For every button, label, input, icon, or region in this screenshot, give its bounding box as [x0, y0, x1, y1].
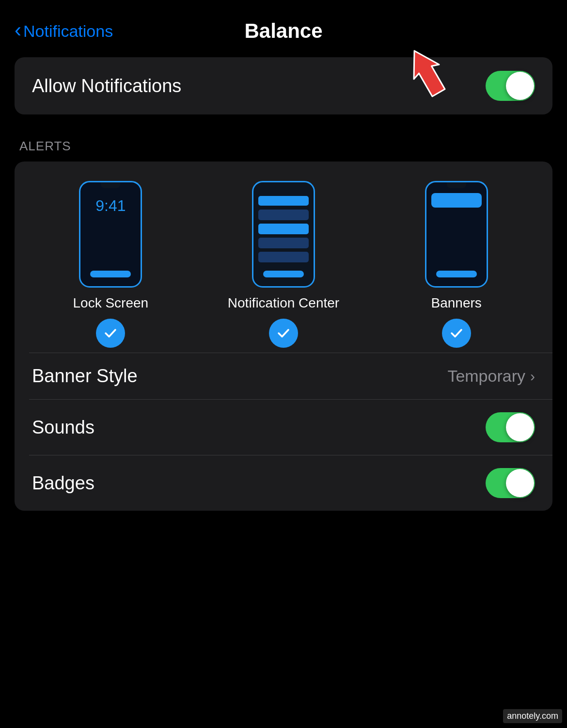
banners-option[interactable]: Banners — [370, 181, 543, 348]
notif-bar-2 — [258, 210, 309, 220]
lock-screen-phone-frame: 9:41 — [79, 181, 142, 288]
lock-screen-illustration: 9:41 — [79, 181, 142, 288]
banners-illustration — [425, 181, 488, 288]
notif-bar-5 — [258, 252, 309, 262]
alerts-card: 9:41 Lock Screen — [15, 162, 552, 511]
banner-style-value: Temporary — [447, 367, 525, 386]
banners-label: Banners — [431, 295, 482, 311]
banner-style-chevron-icon: › — [530, 368, 535, 385]
allow-notifications-card: Allow Notifications — [15, 57, 552, 114]
page-header: ‹ Notifications Balance — [0, 0, 567, 57]
lock-screen-label: Lock Screen — [73, 295, 149, 311]
notif-center-home-bar — [263, 271, 304, 277]
notif-bar-4 — [258, 238, 309, 248]
sounds-row: Sounds — [15, 400, 552, 455]
banner-bar — [431, 193, 482, 208]
back-chevron-icon: ‹ — [15, 20, 21, 40]
banners-phone-frame — [425, 181, 488, 288]
notification-center-option[interactable]: Notification Center — [197, 181, 370, 348]
banner-style-row[interactable]: Banner Style Temporary › — [15, 353, 552, 399]
notification-center-illustration — [252, 181, 315, 288]
notif-center-phone-frame — [252, 181, 315, 288]
lock-screen-option[interactable]: 9:41 Lock Screen — [24, 181, 197, 348]
notif-bar-1 — [258, 196, 309, 206]
alert-options-row: 9:41 Lock Screen — [15, 162, 552, 353]
sounds-label: Sounds — [32, 417, 94, 438]
badges-label: Badges — [32, 473, 94, 494]
sounds-toggle-knob — [506, 413, 534, 441]
banner-style-value-container: Temporary › — [447, 367, 535, 386]
badges-toggle[interactable] — [486, 468, 535, 498]
notification-center-check[interactable] — [269, 319, 298, 348]
banner-style-label: Banner Style — [32, 366, 138, 387]
banners-check[interactable] — [442, 319, 471, 348]
notification-center-label: Notification Center — [228, 295, 339, 311]
page-title: Balance — [244, 19, 322, 43]
notif-bar-3 — [258, 224, 309, 234]
content-area: Allow Notifications ALERTS 9:41 — [0, 57, 567, 511]
arrow-annotation — [388, 43, 465, 101]
back-label: Notifications — [23, 22, 113, 41]
alerts-section-header: ALERTS — [15, 139, 552, 154]
banners-home-bar — [436, 271, 477, 277]
allow-notifications-label: Allow Notifications — [32, 76, 181, 97]
allow-notifications-toggle[interactable] — [486, 71, 535, 101]
svg-marker-0 — [402, 44, 451, 100]
sounds-toggle[interactable] — [486, 412, 535, 442]
badges-toggle-knob — [506, 469, 534, 497]
lock-screen-check[interactable] — [96, 319, 125, 348]
lock-screen-home-bar — [90, 271, 131, 277]
watermark: annotely.com — [503, 709, 562, 723]
badges-row: Badges — [15, 455, 552, 511]
back-button[interactable]: ‹ Notifications — [15, 22, 113, 41]
lock-screen-time: 9:41 — [80, 197, 141, 215]
toggle-knob — [506, 72, 534, 100]
